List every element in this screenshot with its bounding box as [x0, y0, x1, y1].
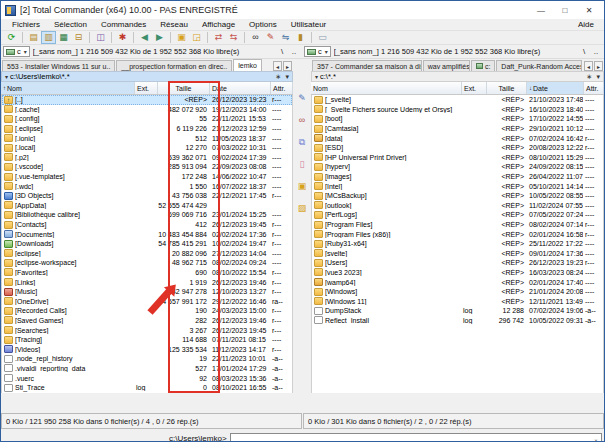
refresh-icon[interactable]: ⟳ [4, 31, 19, 44]
view-file-icon[interactable]: ∞ [294, 109, 310, 131]
search-icon[interactable]: ∞ [248, 31, 263, 44]
file-row[interactable]: [Recorded Calls]19024/03/2023 15:00r--- [2, 306, 292, 316]
column-header-ext[interactable]: Ext. [135, 82, 158, 94]
column-header-attr[interactable]: Attr. [584, 82, 604, 94]
file-row[interactable]: [.wdc]1 55016/07/2022 18:37---- [2, 181, 292, 191]
menu-item-options[interactable]: Options [242, 20, 284, 29]
file-row[interactable]: [eclipse]20 882 09627/12/2023 14:04---- [2, 249, 292, 259]
maximize-button[interactable]: □ [554, 3, 576, 17]
root-dir-button-right[interactable]: \ [578, 47, 590, 56]
move-file-icon[interactable]: ▯ [294, 153, 310, 175]
tab-scroll-left-icon[interactable]: ◂ [273, 61, 282, 71]
thumbnails-view-icon[interactable]: ▦ [56, 31, 71, 44]
file-row[interactable]: [svelte]<RÉP>09/01/2024 17:36---- [312, 249, 603, 259]
column-header-attr[interactable]: Attr. [271, 82, 293, 94]
column-header-taille[interactable]: Taille [487, 82, 527, 94]
file-row[interactable]: [ESD]<RÉP>20/08/2023 12:22r--- [312, 143, 603, 153]
file-row[interactable]: Reflect_Installlog296 74210/05/2022 09:3… [312, 316, 603, 326]
multi-rename-icon[interactable]: ✎ [263, 31, 278, 44]
column-header-nom[interactable]: ↑Nom [1, 82, 135, 94]
brief-view-icon[interactable]: ▤ [26, 31, 41, 44]
tab-right-2[interactable]: c: [471, 60, 496, 71]
new-folder-icon[interactable]: ▨ [294, 197, 310, 219]
file-row[interactable]: [Program Files]<RÉP>08/02/2024 07:14r--- [312, 220, 603, 230]
file-row[interactable]: [eclipse-workspace]48 962 71508/02/2024 … [2, 258, 292, 268]
sync-dirs-icon[interactable]: ⇋ [278, 31, 293, 44]
minimize-button[interactable]: — [530, 3, 552, 17]
file-row[interactable]: [images]<RÉP>26/04/2022 11:07---- [312, 172, 603, 182]
file-row[interactable]: [.vue-templates]172 24814/06/2022 10:47-… [2, 172, 292, 182]
file-row[interactable]: [vue3 2023]<RÉP>16/03/2023 08:24---- [312, 268, 603, 278]
file-row[interactable]: [3D Objects]43 756 03822/12/2021 17:45r-… [2, 191, 292, 201]
file-row[interactable]: [data]<RÉP>07/02/2024 16:42r--- [312, 133, 603, 143]
unpack-icon[interactable]: ◲ [189, 31, 204, 44]
file-row[interactable]: [.local]12 27007/03/2022 10:31---- [2, 143, 292, 153]
root-dir-button-left[interactable]: \ [276, 47, 288, 56]
edit-new-file-icon[interactable]: ✎ [294, 87, 310, 109]
file-row[interactable]: [outlook]<RÉP>11/02/2024 07:55---- [312, 201, 603, 211]
drive-selector-left[interactable]: c ▾ [3, 46, 30, 57]
column-header-taille[interactable]: Taille [158, 82, 210, 94]
file-row[interactable]: [Program Files (x86)]<RÉP>02/01/2024 16:… [312, 229, 603, 239]
file-row[interactable]: [Downloads]54 785 415 29110/02/2024 19:4… [2, 239, 292, 249]
pack-icon[interactable]: ▣ [174, 31, 189, 44]
file-row[interactable]: [Links]1 91926/12/2023 19:46r--- [2, 277, 292, 287]
file-row[interactable]: [boot]<RÉP>17/10/2022 14:55---- [312, 114, 603, 124]
file-row[interactable]: [Windows]<RÉP>21/01/2024 20:08---- [312, 287, 603, 297]
file-row[interactable]: [Music]242 947 27812/10/2023 13:27r--- [2, 287, 292, 297]
briefcase-icon[interactable]: ▮ [293, 31, 308, 44]
menu-item-slection[interactable]: Sélection [47, 20, 94, 29]
file-row[interactable]: [HP Universal Print Driver]<RÉP>08/10/20… [312, 153, 603, 163]
tab-right-3[interactable]: Daft_Punk-Random Access [496, 60, 582, 71]
parent-dir-button-right[interactable]: .. [590, 47, 602, 56]
file-row[interactable]: [Saved Games]28226/12/2023 19:46r--- [2, 316, 292, 326]
file-row[interactable]: DumpStacklog12 28807/02/2024 19:06-a-- [312, 306, 603, 316]
file-row[interactable]: [.cache]482 072 92019/12/2023 14:00---- [2, 105, 292, 115]
history-dropdown-icon[interactable]: ▾ [596, 73, 600, 81]
close-button[interactable]: ✕ [578, 3, 600, 17]
command-input[interactable] [231, 434, 591, 442]
history-dropdown-icon[interactable]: ▾ [285, 73, 289, 81]
file-row[interactable]: [Contacts]41226/12/2023 19:45r--- [2, 220, 292, 230]
tab-right-1[interactable]: wav amplifiés [423, 60, 470, 71]
column-header-nom[interactable]: Nom [311, 82, 462, 94]
file-row[interactable]: [MCsBackup]<RÉP>10/05/2022 08:55---- [312, 191, 603, 201]
chevron-down-icon[interactable]: ⌄ [591, 435, 601, 442]
tree-view-icon[interactable]: ⊟ [71, 31, 86, 44]
parent-dir-button-left[interactable]: .. [288, 47, 300, 56]
compare-icon[interactable]: ◫ [93, 31, 108, 44]
file-row[interactable]: [_Svelte Fichers source Udemy et Orsys]<… [312, 105, 603, 115]
tab-scroll-right-icon[interactable]: ▸ [594, 61, 603, 71]
file-row[interactable]: [Camtasia]<RÉP>29/10/2021 10:12---- [312, 124, 603, 134]
file-row[interactable]: [Bibliothèque calibre]699 069 71623/01/2… [2, 210, 292, 220]
notes-icon[interactable]: ▭ [315, 31, 330, 44]
right-path-bar[interactable]: ▾ c:\*.* ∗ ▾ [311, 71, 604, 82]
tab-left-0[interactable]: 553 - Installer Windows 11 sur u.. [2, 60, 115, 71]
file-row[interactable]: [Intel]<RÉP>05/10/2021 14:14---- [312, 181, 603, 191]
forward-icon[interactable]: ▶ [152, 31, 167, 44]
file-row[interactable]: [hyperv]<RÉP>24/09/2022 08:15---- [312, 162, 603, 172]
file-row[interactable]: [Users]<RÉP>26/12/2023 19:23r--- [312, 258, 603, 268]
column-header-ext[interactable]: Ext. [462, 82, 487, 94]
file-row[interactable]: .vuerc9208/03/2023 15:36-a-- [2, 373, 292, 383]
file-row[interactable]: [_svelte]<RÉP>21/10/2023 17:48---- [312, 95, 603, 105]
favorites-icon[interactable]: ∗ [587, 73, 593, 81]
drive-selector-right[interactable]: c ▾ [304, 46, 331, 57]
file-row[interactable]: [.ionic]51211/05/2023 18:37---- [2, 133, 292, 143]
file-row[interactable]: [Tracing]114 68807/11/2021 08:15---- [2, 335, 292, 345]
file-row[interactable]: [.eclipse]6 119 22621/12/2023 12:59---- [2, 124, 292, 134]
menu-item-commandes[interactable]: Commandes [94, 20, 153, 29]
file-row[interactable]: [wamp64]<RÉP>02/01/2024 17:40---- [312, 277, 603, 287]
tab-scroll-right-icon[interactable]: ▸ [283, 61, 292, 71]
file-row[interactable]: .node_repl_history1922/11/2023 10:01-a-- [2, 354, 292, 364]
menu-item-aide[interactable]: Aide [572, 20, 600, 29]
connect-network-icon[interactable]: ⇄ [211, 31, 226, 44]
column-header-date[interactable]: Date [210, 82, 271, 94]
column-header-date[interactable]: ↓Date [527, 82, 584, 94]
file-row[interactable]: [.config]5522/11/2021 15:53---- [2, 114, 292, 124]
file-row[interactable]: [Favorites]69008/10/2022 15:54r--- [2, 268, 292, 278]
file-row[interactable]: [Videos]125 335 53411/12/2023 14:17r--- [2, 344, 292, 354]
tab-left-2[interactable]: lemko [233, 59, 262, 71]
file-row[interactable]: Sti_Tracelog008/10/2021 16:55-a-- [2, 383, 292, 393]
menu-item-rseau[interactable]: Réseau [153, 20, 195, 29]
